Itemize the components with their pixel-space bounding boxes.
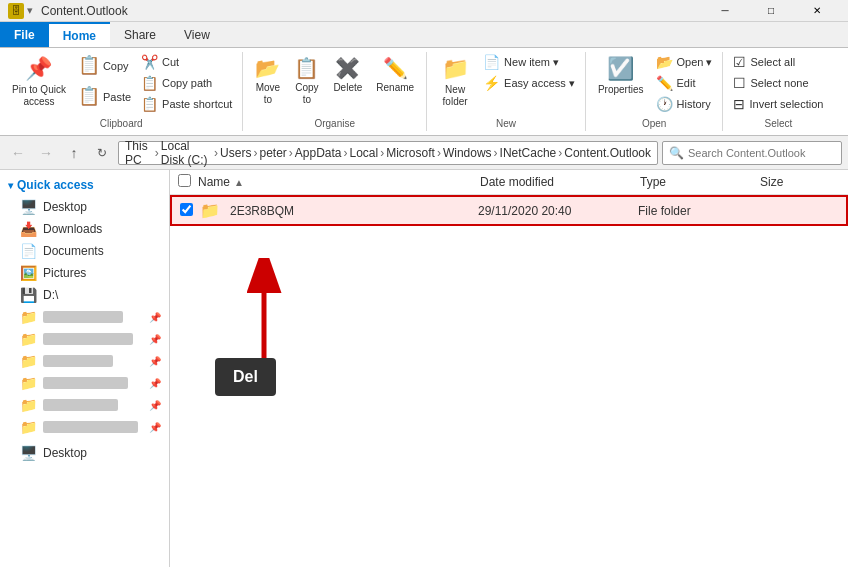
- sidebar-item-desktop-label: Desktop: [43, 200, 87, 214]
- sidebar-blur-6[interactable]: 📁 📌: [0, 416, 169, 438]
- tab-file[interactable]: File: [0, 22, 49, 47]
- path-thispc[interactable]: This PC: [125, 139, 153, 167]
- sidebar-item-pictures[interactable]: 🖼️ Pictures 📌: [0, 262, 169, 284]
- file-list-header: Name ▲ Date modified Type Size: [170, 170, 848, 195]
- invert-selection-button[interactable]: ⊟ Invert selection: [729, 94, 827, 114]
- ribbon-tabs: File Home Share View: [0, 22, 848, 48]
- address-path[interactable]: This PC › Local Disk (C:) › Users › pete…: [118, 141, 658, 165]
- quick-access-header[interactable]: ▾ Quick access: [0, 174, 169, 196]
- sidebar-item-pictures-label: Pictures: [43, 266, 86, 280]
- row-name: 📁 2E3R8BQM: [200, 201, 478, 220]
- organise-content: 📂 Move to 📋 Copy to ✖️ Delete ✏️ Rename: [249, 52, 420, 116]
- pin-quick-access-button[interactable]: 📌 Pin to Quick access: [6, 52, 72, 112]
- search-icon: 🔍: [669, 146, 684, 160]
- move-to-button[interactable]: 📂 Move to: [249, 52, 286, 110]
- clipboard-label: Clipboard: [6, 116, 236, 131]
- delete-button[interactable]: ✖️ Delete: [327, 52, 368, 98]
- blur-folder-icon-1: 📁: [20, 309, 37, 325]
- row-checkbox[interactable]: [180, 203, 193, 216]
- minimize-button[interactable]: ─: [702, 0, 748, 22]
- new-folder-icon: 📁: [442, 56, 469, 82]
- path-local[interactable]: Local: [350, 146, 379, 160]
- tab-view[interactable]: View: [170, 22, 224, 47]
- tab-share[interactable]: Share: [110, 22, 170, 47]
- copy-path-button[interactable]: 📋 Copy path: [137, 73, 236, 93]
- close-button[interactable]: ✕: [794, 0, 840, 22]
- col-header-size[interactable]: Size: [760, 175, 840, 189]
- properties-button[interactable]: ☑️ Properties: [592, 52, 650, 100]
- new-label: New: [433, 116, 579, 131]
- blur-folder-icon-6: 📁: [20, 419, 37, 435]
- maximize-button[interactable]: □: [748, 0, 794, 22]
- select-all-check[interactable]: [178, 174, 191, 187]
- sidebar-item-documents[interactable]: 📄 Documents 📌: [0, 240, 169, 262]
- search-input[interactable]: [688, 147, 835, 159]
- refresh-button[interactable]: ↻: [90, 141, 114, 165]
- title-bar-separator: ▾: [27, 4, 33, 17]
- sidebar-item-desktop-bottom[interactable]: 🖥️ Desktop: [0, 442, 169, 464]
- pin-blur-3: 📌: [149, 356, 161, 367]
- blur-label-6: [43, 421, 138, 433]
- col-header-type[interactable]: Type: [640, 175, 760, 189]
- search-box[interactable]: 🔍: [662, 141, 842, 165]
- sidebar-blur-3[interactable]: 📁 📌: [0, 350, 169, 372]
- blur-folder-icon-3: 📁: [20, 353, 37, 369]
- sidebar-blur-1[interactable]: 📁 📌: [0, 306, 169, 328]
- col-header-name[interactable]: Name ▲: [198, 175, 480, 189]
- row-type: File folder: [638, 204, 758, 218]
- history-button[interactable]: 🕐 History: [652, 94, 717, 114]
- sidebar-item-downloads[interactable]: 📥 Downloads 📌: [0, 218, 169, 240]
- edit-button[interactable]: ✏️ Edit: [652, 73, 717, 93]
- sidebar-blur-4[interactable]: 📁 📌: [0, 372, 169, 394]
- select-none-button[interactable]: ☐ Select none: [729, 73, 827, 93]
- address-bar: ← → ↑ ↻ This PC › Local Disk (C:) › User…: [0, 136, 848, 170]
- path-localdisk[interactable]: Local Disk (C:): [161, 139, 212, 167]
- blur-label-3: [43, 355, 113, 367]
- sidebar-item-d[interactable]: 💾 D:\ 📌: [0, 284, 169, 306]
- rename-button[interactable]: ✏️ Rename: [370, 52, 420, 98]
- paste-button[interactable]: 📋 Paste: [74, 83, 135, 113]
- window-controls[interactable]: ─ □ ✕: [702, 0, 840, 22]
- easy-access-button[interactable]: ⚡ Easy access ▾: [479, 73, 579, 93]
- row-check[interactable]: [180, 203, 200, 219]
- path-microsoft[interactable]: Microsoft: [386, 146, 435, 160]
- paste-shortcut-button[interactable]: 📋 Paste shortcut: [137, 94, 236, 114]
- path-inetcache[interactable]: INetCache: [500, 146, 557, 160]
- new-item-button[interactable]: 📄 New item ▾: [479, 52, 579, 72]
- documents-icon: 📄: [20, 243, 37, 259]
- del-tooltip: Del: [215, 358, 276, 396]
- sidebar-item-desktop-bottom-label: Desktop: [43, 446, 87, 460]
- ribbon: 📌 Pin to Quick access 📋 Copy 📋 Paste ✂️ …: [0, 48, 848, 136]
- path-peter[interactable]: peter: [259, 146, 286, 160]
- sidebar-blur-5[interactable]: 📁 📌: [0, 394, 169, 416]
- table-row[interactable]: 📁 2E3R8BQM 29/11/2020 20:40 File folder: [170, 195, 848, 226]
- sidebar-item-desktop[interactable]: 🖥️ Desktop 📌: [0, 196, 169, 218]
- select-col: ☑ Select all ☐ Select none ⊟ Invert sele…: [729, 52, 827, 114]
- path-windows[interactable]: Windows: [443, 146, 492, 160]
- arrow-indicator: [244, 258, 284, 371]
- header-check[interactable]: [178, 174, 198, 190]
- path-appdata[interactable]: AppData: [295, 146, 342, 160]
- path-contentoutlook[interactable]: Content.Outlook: [564, 146, 651, 160]
- copy-button[interactable]: 📋 Copy: [74, 52, 135, 82]
- move-icon: 📂: [255, 56, 280, 80]
- pin-icon: 📌: [25, 56, 52, 82]
- col-header-date[interactable]: Date modified: [480, 175, 640, 189]
- tab-home[interactable]: Home: [49, 22, 110, 47]
- row-date: 29/11/2020 20:40: [478, 204, 638, 218]
- new-folder-button[interactable]: 📁 New folder: [433, 52, 477, 112]
- sidebar-blur-2[interactable]: 📁 📌: [0, 328, 169, 350]
- cut-button[interactable]: ✂️ Cut: [137, 52, 236, 72]
- path-users[interactable]: Users: [220, 146, 251, 160]
- cut-col: ✂️ Cut 📋 Copy path 📋 Paste shortcut: [137, 52, 236, 114]
- copy-to-button[interactable]: 📋 Copy to: [288, 52, 325, 110]
- up-button[interactable]: ↑: [62, 141, 86, 165]
- open-button[interactable]: 📂 Open ▾: [652, 52, 717, 72]
- select-all-button[interactable]: ☑ Select all: [729, 52, 827, 72]
- ribbon-group-open: ☑️ Properties 📂 Open ▾ ✏️ Edit 🕐 History…: [586, 52, 724, 131]
- blur-label-5: [43, 399, 118, 411]
- new-item-col: 📄 New item ▾ ⚡ Easy access ▾: [479, 52, 579, 93]
- sidebar-item-documents-label: Documents: [43, 244, 104, 258]
- forward-button[interactable]: →: [34, 141, 58, 165]
- back-button[interactable]: ←: [6, 141, 30, 165]
